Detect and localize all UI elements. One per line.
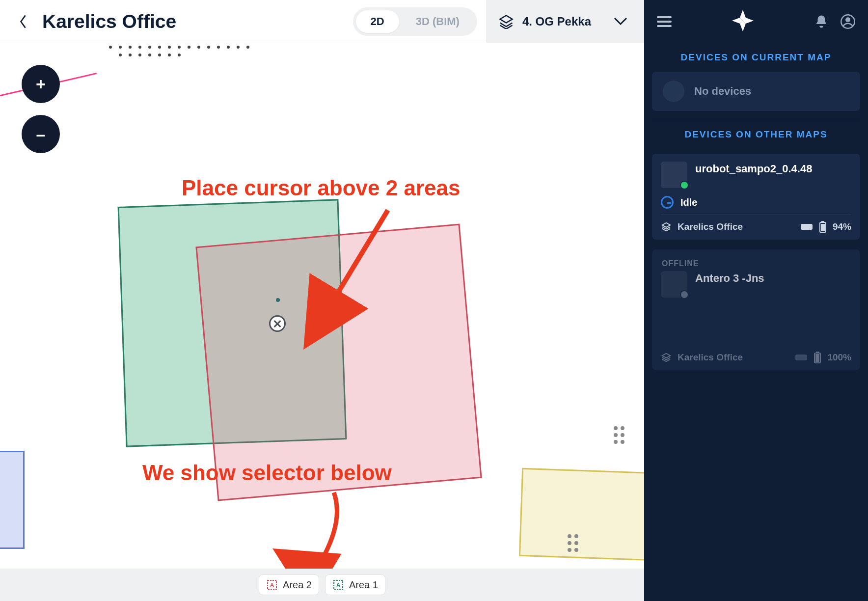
device-thumbnail xyxy=(661,162,687,188)
offline-label: OFFLINE xyxy=(662,259,851,268)
battery-icon xyxy=(814,352,821,363)
svg-point-9 xyxy=(197,46,200,49)
controller-icon xyxy=(795,353,808,362)
svg-point-7 xyxy=(178,46,181,49)
floor-selector[interactable]: 4. OG Pekka xyxy=(486,0,644,43)
annotation-top: Place cursor above 2 areas xyxy=(182,176,460,200)
svg-point-5 xyxy=(158,46,161,49)
svg-rect-39 xyxy=(815,354,819,362)
svg-point-18 xyxy=(148,54,151,56)
svg-point-15 xyxy=(119,54,122,56)
device-thumbnail xyxy=(661,271,687,298)
svg-point-6 xyxy=(168,46,171,49)
no-devices-card: No devices xyxy=(652,72,860,111)
svg-point-16 xyxy=(129,54,132,56)
clock-icon xyxy=(661,196,674,209)
side-topbar xyxy=(644,0,868,43)
menu-button[interactable] xyxy=(657,14,672,29)
area-blue-shape[interactable] xyxy=(0,451,25,549)
map-dot xyxy=(276,298,280,302)
controller-icon xyxy=(800,222,813,231)
select-area-1-label: Area 1 xyxy=(349,579,378,591)
svg-point-20 xyxy=(168,54,171,56)
floor-label: 4. OG Pekka xyxy=(522,15,591,28)
svg-rect-32 xyxy=(801,224,813,230)
zoom-out-button[interactable]: – xyxy=(22,115,60,153)
svg-point-10 xyxy=(207,46,210,49)
drag-handle-icon xyxy=(568,534,578,552)
svg-point-19 xyxy=(158,54,161,56)
select-area-2-label: Area 2 xyxy=(283,579,312,591)
section-current-map: DEVICES ON CURRENT MAP xyxy=(644,43,868,72)
device-battery: 94% xyxy=(833,221,851,232)
device-battery: 100% xyxy=(827,352,851,363)
top-bar: Karelics Office 2D 3D (BIM) 4. OG Pekka xyxy=(0,0,644,43)
placeholder-avatar xyxy=(663,81,684,102)
area-selector-bar: A Area 2 A Area 1 xyxy=(0,569,644,601)
device-card-offline[interactable]: OFFLINE Antero 3 -Jns Karelics Office 10… xyxy=(652,249,860,370)
svg-point-0 xyxy=(109,46,112,49)
drag-handle-icon xyxy=(614,426,624,444)
section-other-maps: DEVICES ON OTHER MAPS xyxy=(644,120,868,149)
device-name: Antero 3 -Jns xyxy=(695,271,764,286)
chevron-down-icon xyxy=(614,17,627,26)
battery-icon xyxy=(819,221,827,233)
back-button[interactable] xyxy=(14,12,33,31)
svg-point-3 xyxy=(138,46,141,49)
device-status: Idle xyxy=(680,197,697,208)
layers-icon xyxy=(499,14,514,29)
layers-icon xyxy=(661,352,672,363)
svg-point-14 xyxy=(246,46,249,49)
svg-point-2 xyxy=(129,46,132,49)
svg-text:A: A xyxy=(336,582,341,589)
side-panel: DEVICES ON CURRENT MAP No devices DEVICE… xyxy=(644,0,868,601)
svg-point-17 xyxy=(138,54,141,56)
svg-point-31 xyxy=(845,17,850,22)
page-title: Karelics Office xyxy=(42,11,176,32)
cursor-marker[interactable] xyxy=(269,315,286,332)
svg-rect-34 xyxy=(821,221,824,222)
user-icon[interactable] xyxy=(841,14,855,29)
select-area-2[interactable]: A Area 2 xyxy=(259,574,319,595)
area-yellow-shape[interactable] xyxy=(519,468,644,561)
annotation-bottom: We show selector below xyxy=(142,461,392,485)
svg-point-12 xyxy=(227,46,230,49)
svg-point-21 xyxy=(178,54,181,56)
device-location: Karelics Office xyxy=(678,352,789,363)
area-icon: A xyxy=(266,579,278,591)
map-canvas[interactable]: /*noop*/ + – Place cursor above 2 areas xyxy=(0,43,644,601)
svg-point-13 xyxy=(237,46,240,49)
view-mode-tabs: 2D 3D (BIM) xyxy=(353,7,477,36)
no-devices-text: No devices xyxy=(694,85,751,98)
zoom-controls: + – xyxy=(22,65,60,153)
dotted-pattern xyxy=(108,44,265,59)
arrow-annotation-icon xyxy=(324,205,403,320)
svg-rect-36 xyxy=(795,355,807,360)
select-area-1[interactable]: A Area 1 xyxy=(325,574,385,595)
device-location: Karelics Office xyxy=(678,221,794,232)
tab-2d[interactable]: 2D xyxy=(356,10,399,33)
brand-logo-icon xyxy=(731,9,755,34)
device-name: urobot_sampo2_0.4.48 xyxy=(695,162,812,176)
zoom-in-button[interactable]: + xyxy=(22,65,60,103)
tab-3d-bim[interactable]: 3D (BIM) xyxy=(401,10,474,33)
area-icon: A xyxy=(332,579,344,591)
layers-icon xyxy=(661,221,672,232)
svg-point-4 xyxy=(148,46,151,49)
device-card-online[interactable]: urobot_sampo2_0.4.48 Idle Karelics Offic… xyxy=(652,154,860,240)
svg-point-11 xyxy=(217,46,220,49)
bell-icon[interactable] xyxy=(814,14,829,29)
svg-point-8 xyxy=(188,46,190,49)
svg-point-1 xyxy=(119,46,122,49)
svg-rect-38 xyxy=(816,352,819,353)
svg-text:A: A xyxy=(270,582,274,589)
svg-rect-35 xyxy=(821,224,825,231)
